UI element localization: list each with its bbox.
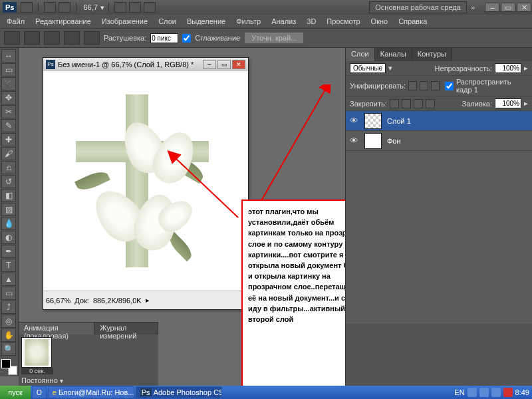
menu-edit[interactable]: Редактирование bbox=[31, 16, 95, 27]
current-tool-icon[interactable] bbox=[4, 31, 20, 45]
taskbar-button-browser[interactable]: eБлоги@Mail.Ru: Нов... bbox=[48, 386, 134, 398]
tab-channels[interactable]: Каналы bbox=[375, 48, 412, 61]
tray-avira-icon[interactable] bbox=[503, 388, 513, 397]
maximize-button[interactable]: ▭ bbox=[501, 3, 515, 12]
selection-mode-new-icon[interactable] bbox=[24, 31, 40, 45]
tray-icon[interactable] bbox=[491, 388, 501, 397]
crop-tool[interactable]: ✂ bbox=[1, 105, 16, 118]
doc-maximize-button[interactable]: ▭ bbox=[217, 60, 231, 69]
zoom-level[interactable]: 66,7 bbox=[83, 3, 97, 11]
brush-tool[interactable]: 🖌 bbox=[1, 147, 16, 160]
tray-icon[interactable] bbox=[479, 388, 489, 397]
tray-icon[interactable] bbox=[467, 388, 477, 397]
propagate-checkbox[interactable] bbox=[445, 82, 454, 90]
menu-3d[interactable]: 3D bbox=[303, 16, 320, 27]
unify-visibility-icon[interactable] bbox=[420, 81, 428, 90]
menu-file[interactable]: Файл bbox=[3, 16, 29, 27]
hand-tool-icon[interactable] bbox=[44, 2, 56, 13]
layer-row[interactable]: 👁 Слой 1 bbox=[346, 111, 532, 131]
layer-name[interactable]: Фон bbox=[384, 137, 532, 145]
layer-row[interactable]: 👁 Фон bbox=[346, 131, 532, 151]
move-tool[interactable]: ↔ bbox=[1, 49, 16, 63]
tray-clock[interactable]: 8:49 bbox=[515, 388, 529, 396]
close-button[interactable]: ✕ bbox=[517, 3, 531, 12]
loop-selector[interactable]: Постоянно ▾ bbox=[21, 376, 63, 384]
animation-frame-1[interactable]: 0 сек. bbox=[21, 337, 53, 374]
menu-layers[interactable]: Слои bbox=[154, 16, 180, 27]
screen-mode-icon[interactable] bbox=[144, 2, 156, 13]
lock-position-icon[interactable] bbox=[414, 99, 423, 108]
dodge-tool[interactable]: ◐ bbox=[1, 231, 16, 244]
menu-help[interactable]: Справка bbox=[394, 16, 431, 27]
color-swatches[interactable] bbox=[1, 359, 17, 375]
refine-edge-button[interactable]: Уточн. край... bbox=[244, 32, 304, 44]
blend-mode-select[interactable]: Обычные bbox=[350, 63, 386, 73]
quick-select-tool[interactable]: ✥ bbox=[1, 91, 16, 104]
opacity-input[interactable]: 100% bbox=[495, 63, 521, 73]
history-brush-tool[interactable]: ↺ bbox=[1, 175, 16, 188]
eraser-tool[interactable]: ◧ bbox=[1, 189, 16, 202]
eye-icon[interactable]: 👁 bbox=[346, 136, 362, 146]
minimize-button[interactable]: ‒ bbox=[485, 3, 499, 12]
menu-view[interactable]: Просмотр bbox=[323, 16, 364, 27]
doc-close-button[interactable]: ✕ bbox=[232, 60, 245, 69]
doc-zoom-display[interactable]: 66,67% bbox=[46, 297, 70, 305]
selection-mode-subtract-icon[interactable] bbox=[64, 31, 80, 45]
unify-style-icon[interactable] bbox=[431, 81, 440, 90]
tab-measurement-log[interactable]: Журнал измерений bbox=[94, 323, 158, 334]
clone-stamp-tool[interactable]: ⎌ bbox=[1, 161, 16, 174]
taskbar-button-photoshop[interactable]: PsAdobe Photoshop CS... bbox=[136, 386, 222, 398]
path-select-tool[interactable]: ▲ bbox=[1, 273, 16, 286]
tray-lang[interactable]: EN bbox=[454, 388, 464, 396]
menu-image[interactable]: Изображение bbox=[98, 16, 152, 27]
marquee-tool[interactable]: ▭ bbox=[1, 63, 16, 76]
frame-delay[interactable]: 0 сек. bbox=[21, 368, 53, 374]
tab-animation[interactable]: Анимация (покадровая) bbox=[19, 323, 94, 334]
layer-thumbnail[interactable] bbox=[364, 113, 382, 129]
layer-thumbnail[interactable] bbox=[364, 133, 382, 149]
unify-position-icon[interactable] bbox=[408, 81, 417, 90]
menu-window[interactable]: Окно bbox=[367, 16, 392, 27]
healing-brush-tool[interactable]: ✚ bbox=[1, 133, 16, 146]
blur-tool[interactable]: 💧 bbox=[1, 217, 16, 230]
lock-pixels-icon[interactable] bbox=[402, 99, 411, 108]
tab-paths[interactable]: Контуры bbox=[412, 48, 452, 61]
lasso-tool[interactable]: ➰ bbox=[1, 77, 16, 90]
feather-input[interactable] bbox=[150, 33, 178, 43]
3d-rotate-tool[interactable]: ⤴ bbox=[1, 301, 16, 314]
taskbar-opera-icon[interactable]: O bbox=[32, 386, 47, 398]
selection-mode-add-icon[interactable] bbox=[44, 31, 60, 45]
workspace-switcher[interactable]: Основная рабочая среда bbox=[369, 1, 467, 13]
eye-icon[interactable]: 👁 bbox=[346, 116, 362, 126]
launch-bridge-icon[interactable] bbox=[21, 2, 33, 13]
document-canvas[interactable] bbox=[43, 71, 248, 291]
tab-layers[interactable]: Слои bbox=[346, 48, 375, 61]
doc-minimize-button[interactable]: ‒ bbox=[203, 60, 216, 69]
arrange-docs-icon[interactable] bbox=[129, 2, 141, 13]
doc-info-menu-icon[interactable]: ▸ bbox=[146, 296, 150, 305]
zoom-tool-icon[interactable] bbox=[59, 2, 70, 13]
layers-empty-area[interactable] bbox=[346, 151, 532, 324]
shape-tool[interactable]: ▭ bbox=[1, 287, 16, 300]
document-titlebar[interactable]: Ps Без имени-1 @ 66,7% (Слой 1, RGB/8) *… bbox=[43, 58, 248, 71]
type-tool[interactable]: T bbox=[1, 259, 16, 272]
fg-color[interactable] bbox=[1, 359, 11, 368]
view-extras-icon[interactable] bbox=[114, 2, 126, 13]
3d-camera-tool[interactable]: ◎ bbox=[1, 315, 16, 328]
fill-input[interactable]: 100% bbox=[495, 98, 521, 108]
expand-panels-icon[interactable]: » bbox=[471, 3, 475, 11]
zoom-tool[interactable]: 🔍 bbox=[1, 342, 16, 356]
menu-select[interactable]: Выделение bbox=[183, 16, 229, 27]
eyedropper-tool[interactable]: ✎ bbox=[1, 119, 16, 132]
menu-analysis[interactable]: Анализ bbox=[267, 16, 300, 27]
start-button[interactable]: пуск bbox=[0, 386, 31, 399]
hand-tool[interactable]: ✋ bbox=[1, 329, 16, 342]
layer-name[interactable]: Слой 1 bbox=[384, 117, 532, 125]
antialias-checkbox[interactable] bbox=[182, 34, 191, 43]
menu-filter[interactable]: Фильтр bbox=[232, 16, 265, 27]
pen-tool[interactable]: ✒ bbox=[1, 245, 16, 258]
lock-all-icon[interactable] bbox=[426, 99, 435, 108]
lock-transparent-icon[interactable] bbox=[390, 99, 399, 108]
gradient-tool[interactable]: ▨ bbox=[1, 203, 16, 216]
selection-mode-intersect-icon[interactable] bbox=[84, 31, 100, 45]
